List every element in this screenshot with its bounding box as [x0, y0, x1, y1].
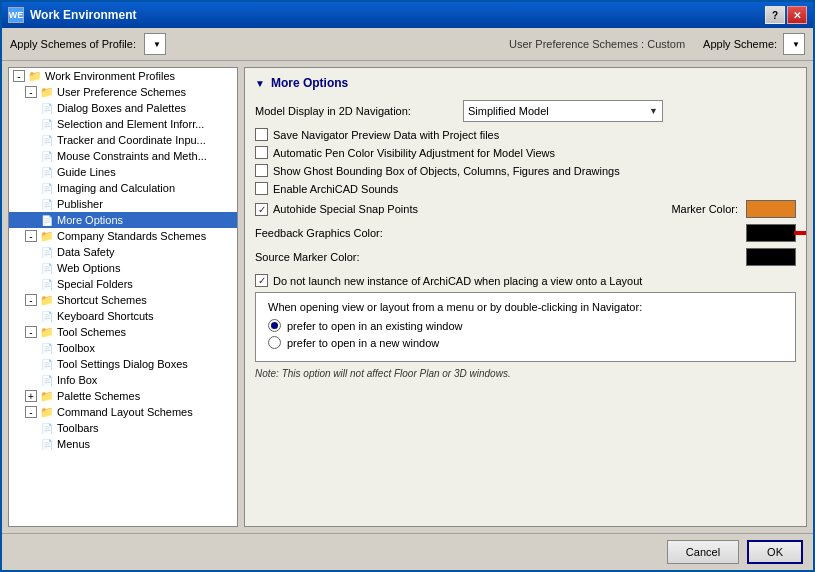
apply-scheme-dropdown[interactable]: ▼	[783, 33, 805, 55]
page-icon: 📄	[39, 197, 55, 211]
marker-color-swatch[interactable]	[746, 200, 796, 218]
page-icon: 📄	[39, 133, 55, 147]
apply-scheme-group: Apply Scheme: ▼	[703, 33, 805, 55]
radio-group-label: When opening view or layout from a menu …	[268, 301, 783, 313]
tree-item-tool-settings[interactable]: 📄 Tool Settings Dialog Boxes	[9, 356, 237, 372]
ok-button[interactable]: OK	[747, 540, 803, 564]
source-marker-label: Source Marker Color:	[255, 251, 360, 263]
radio-existing-window[interactable]: prefer to open in an existing window	[268, 319, 783, 332]
tree-item-menus[interactable]: 📄 Menus	[9, 436, 237, 452]
tree-label: Command Layout Schemes	[57, 406, 193, 418]
tree-item-publisher[interactable]: 📄 Publisher	[9, 196, 237, 212]
expand-icon: -	[13, 70, 25, 82]
tree-item-selection[interactable]: 📄 Selection and Element Inforr...	[9, 116, 237, 132]
feedback-color-swatch[interactable]	[746, 224, 796, 242]
checkbox-ghost-bounding-box[interactable]	[255, 164, 268, 177]
apply-schemes-label: Apply Schemes of Profile:	[10, 38, 136, 50]
tree-item-toolbars[interactable]: 📄 Toolbars	[9, 420, 237, 436]
radio-new-btn[interactable]	[268, 336, 281, 349]
checkbox-save-navigator[interactable]: Save Navigator Preview Data with Project…	[255, 128, 796, 141]
checkbox-auto-pen[interactable]: Automatic Pen Color Visibility Adjustmen…	[255, 146, 796, 159]
tree-item-user-pref[interactable]: - 📁 User Preference Schemes	[9, 84, 237, 100]
page-icon: 📄	[39, 341, 55, 355]
page-icon: 📄	[39, 309, 55, 323]
note-text: Note: This option will not affect Floor …	[255, 368, 796, 379]
tree-item-command-layout[interactable]: - 📁 Command Layout Schemes	[9, 404, 237, 420]
expand-icon: -	[25, 406, 37, 418]
tree-scroll[interactable]: - 📁 Work Environment Profiles - 📁 User P…	[9, 68, 237, 526]
folder-icon: 📁	[39, 85, 55, 99]
tree-label: Tracker and Coordinate Inpu...	[57, 134, 206, 146]
tree-item-special-folders[interactable]: 📄 Special Folders	[9, 276, 237, 292]
tree-item-imaging[interactable]: 📄 Imaging and Calculation	[9, 180, 237, 196]
tree-label: Menus	[57, 438, 90, 450]
tree-item-toolbox[interactable]: 📄 Toolbox	[9, 340, 237, 356]
tree-item-dialog-boxes[interactable]: 📄 Dialog Boxes and Palettes	[9, 100, 237, 116]
bottom-bar: Cancel OK	[2, 533, 813, 570]
checkbox-archicad-sounds-box[interactable]	[255, 182, 268, 195]
checkbox-save-navigator-box[interactable]	[255, 128, 268, 141]
window-controls: ? ✕	[765, 6, 807, 24]
dropdown-arrow-icon: ▼	[649, 106, 658, 116]
model-display-value: Simplified Model	[468, 105, 549, 117]
radio-new-window[interactable]: prefer to open in a new window	[268, 336, 783, 349]
tree-item-web-options[interactable]: 📄 Web Options	[9, 260, 237, 276]
checkbox-auto-pen-box[interactable]	[255, 146, 268, 159]
tree-item-mouse[interactable]: 📄 Mouse Constraints and Meth...	[9, 148, 237, 164]
page-icon: 📄	[39, 421, 55, 435]
checkbox-do-not-launch[interactable]: Do not launch new instance of ArchiCAD w…	[255, 274, 796, 287]
folder-icon: 📁	[27, 69, 43, 83]
help-button[interactable]: ?	[765, 6, 785, 24]
page-icon: 📄	[39, 245, 55, 259]
tree-item-data-safety[interactable]: 📄 Data Safety	[9, 244, 237, 260]
folder-icon: 📁	[39, 325, 55, 339]
tree-label: Info Box	[57, 374, 97, 386]
checkbox-autohide-box[interactable]	[255, 203, 268, 216]
radio-group: When opening view or layout from a menu …	[255, 292, 796, 362]
section-header: ▼ More Options	[255, 76, 796, 90]
marker-color-group: Marker Color:	[671, 200, 796, 218]
tree-item-palette-schemes[interactable]: + 📁 Palette Schemes	[9, 388, 237, 404]
tree-scrollbar-bottom[interactable]: ◀ ▶	[9, 526, 237, 527]
tree-item-more-options[interactable]: 📄 More Options	[9, 212, 237, 228]
source-marker-swatch[interactable]	[746, 248, 796, 266]
tree-item-shortcut-schemes[interactable]: - 📁 Shortcut Schemes	[9, 292, 237, 308]
checkbox-autohide[interactable]: Autohide Special Snap Points	[255, 203, 418, 216]
model-display-dropdown[interactable]: Simplified Model ▼	[463, 100, 663, 122]
radio-existing-btn[interactable]	[268, 319, 281, 332]
tree-label: Mouse Constraints and Meth...	[57, 150, 207, 162]
close-button[interactable]: ✕	[787, 6, 807, 24]
feedback-color-label: Feedback Graphics Color:	[255, 227, 383, 239]
tree-label: Data Safety	[57, 246, 114, 258]
scheme-info: User Preference Schemes : Custom	[509, 38, 685, 50]
page-icon: 📄	[39, 373, 55, 387]
model-display-label: Model Display in 2D Navigation:	[255, 105, 455, 117]
checkbox-do-not-launch-box[interactable]	[255, 274, 268, 287]
expand-icon: -	[25, 230, 37, 242]
tree-label: Tool Schemes	[57, 326, 126, 338]
cancel-button[interactable]: Cancel	[667, 540, 739, 564]
tree-label: User Preference Schemes	[57, 86, 186, 98]
tree-item-guide-lines[interactable]: 📄 Guide Lines	[9, 164, 237, 180]
feedback-color-row: Feedback Graphics Color:	[255, 224, 796, 242]
tree-item-work-env-profiles[interactable]: - 📁 Work Environment Profiles	[9, 68, 237, 84]
tree-label: Special Folders	[57, 278, 133, 290]
checkbox-ghost-bounding-label: Show Ghost Bounding Box of Objects, Colu…	[273, 165, 620, 177]
profile-dropdown[interactable]: ▼	[144, 33, 166, 55]
tree-item-info-box[interactable]: 📄 Info Box	[9, 372, 237, 388]
expand-icon: -	[25, 326, 37, 338]
checkbox-auto-pen-label: Automatic Pen Color Visibility Adjustmen…	[273, 147, 555, 159]
checkbox-ghost-bounding[interactable]: Show Ghost Bounding Box of Objects, Colu…	[255, 164, 796, 177]
tree-item-company-standards[interactable]: - 📁 Company Standards Schemes	[9, 228, 237, 244]
tree-item-keyboard[interactable]: 📄 Keyboard Shortcuts	[9, 308, 237, 324]
tree-item-tracker[interactable]: 📄 Tracker and Coordinate Inpu...	[9, 132, 237, 148]
checkbox-archicad-sounds[interactable]: Enable ArchiCAD Sounds	[255, 182, 796, 195]
folder-icon: 📁	[39, 293, 55, 307]
checkbox-do-not-launch-label: Do not launch new instance of ArchiCAD w…	[273, 275, 642, 287]
checkbox-archicad-sounds-label: Enable ArchiCAD Sounds	[273, 183, 398, 195]
radio-new-label: prefer to open in a new window	[287, 337, 439, 349]
page-icon: 📄	[39, 357, 55, 371]
red-arrow-indicator	[794, 225, 807, 241]
title-bar: WE Work Environment ? ✕	[2, 2, 813, 28]
tree-item-tool-schemes[interactable]: - 📁 Tool Schemes	[9, 324, 237, 340]
